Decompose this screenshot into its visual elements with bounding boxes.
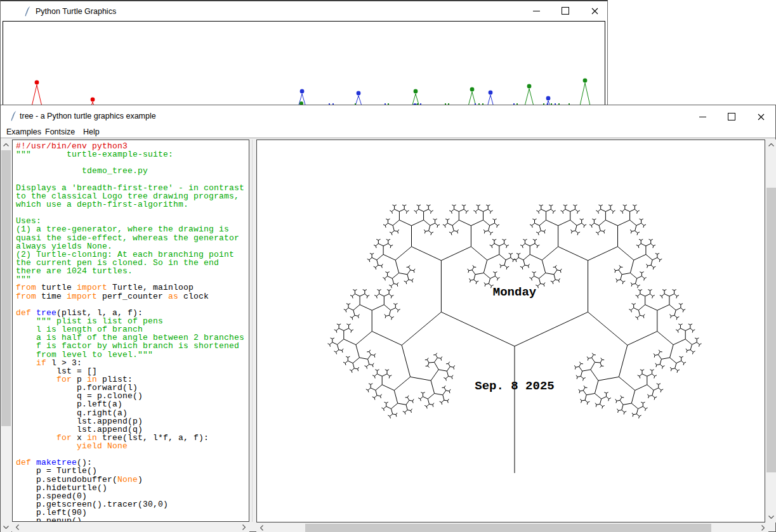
close-icon xyxy=(591,8,598,15)
code-vscrollbar[interactable] xyxy=(1,139,11,532)
back-close-button[interactable] xyxy=(585,3,604,18)
front-minimize-button[interactable] xyxy=(693,109,712,124)
scroll-down-button[interactable] xyxy=(1,522,11,532)
code-lines: #!/usr/bin/env python3""" turtle-example… xyxy=(13,140,249,522)
maximize-icon xyxy=(728,113,735,120)
code-line: from time import perf_counter as clock xyxy=(16,292,249,301)
fractal-tree-drawing xyxy=(257,140,765,522)
turtle-drawing-canvas[interactable]: MondaySep. 8 2025 xyxy=(256,139,765,522)
minimize-icon xyxy=(699,117,706,117)
code-line: tdemo_tree.py xyxy=(16,167,249,175)
code-vscrollbar-thumb[interactable] xyxy=(1,150,11,426)
front-window-titlebar[interactable]: tree - a Python turtle graphics example xyxy=(1,105,775,126)
menu-help[interactable]: Help xyxy=(81,127,102,137)
back-minimize-button[interactable] xyxy=(527,3,546,18)
code-line: p.penup() xyxy=(16,517,249,522)
code-editor[interactable]: #!/usr/bin/env python3""" turtle-example… xyxy=(12,139,249,522)
back-window-titlebar[interactable]: Python Turtle Graphics xyxy=(1,1,607,20)
scroll-left-button[interactable] xyxy=(256,523,267,532)
tk-feather-icon xyxy=(23,6,32,16)
canvas-text-label: Sep. 8 2025 xyxy=(475,379,554,393)
front-close-button[interactable] xyxy=(751,109,770,124)
canvas-vscrollbar-thumb[interactable] xyxy=(766,188,776,472)
canvas-hscrollbar[interactable] xyxy=(256,523,768,532)
maximize-icon xyxy=(562,7,569,15)
pane-divider[interactable] xyxy=(252,139,253,522)
menu-examples[interactable]: Examples xyxy=(4,127,44,137)
canvas-text-label: Monday xyxy=(493,285,536,299)
scroll-up-button[interactable] xyxy=(1,139,11,150)
scroll-left-button[interactable] xyxy=(12,522,23,532)
close-icon xyxy=(758,114,765,120)
menu-bar: Examples Fontsize Help xyxy=(1,126,775,138)
scroll-right-button[interactable] xyxy=(758,523,768,532)
code-line: """ turtle-example-suite: xyxy=(16,150,249,159)
canvas-hscrollbar-thumb[interactable] xyxy=(305,524,711,532)
front-maximize-button[interactable] xyxy=(722,109,741,124)
scroll-up-button[interactable] xyxy=(766,139,776,150)
back-window-title: Python Turtle Graphics xyxy=(36,7,116,16)
back-maximize-button[interactable] xyxy=(556,3,575,18)
front-window: tree - a Python turtle graphics example … xyxy=(0,105,776,532)
scroll-right-button[interactable] xyxy=(239,522,249,532)
code-line: which use a depth-first-algorithm. xyxy=(16,200,249,209)
code-line xyxy=(16,209,249,217)
code-line: yield None xyxy=(16,442,249,450)
canvas-vscrollbar[interactable] xyxy=(766,139,776,522)
menu-fontsize[interactable]: Fontsize xyxy=(43,127,77,137)
tk-feather-icon xyxy=(10,110,18,121)
code-hscrollbar[interactable] xyxy=(12,522,249,532)
code-line: there are 1024 turtles. xyxy=(16,267,249,275)
front-window-title: tree - a Python turtle graphics example xyxy=(20,112,156,120)
scroll-down-button[interactable] xyxy=(766,512,776,522)
minimize-icon xyxy=(533,11,540,11)
